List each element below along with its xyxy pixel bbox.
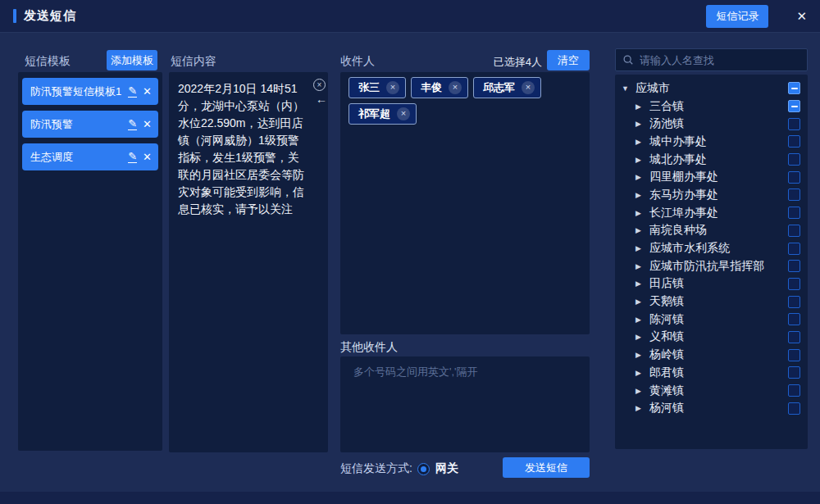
expand-arrow-icon[interactable]: [636, 209, 647, 217]
tree-node[interactable]: 义和镇: [615, 329, 808, 347]
header-bar: 发送短信 短信记录 ✕: [0, 0, 820, 33]
tree-node[interactable]: 汤池镇: [615, 115, 808, 133]
send-sms-button[interactable]: 发送短信: [503, 457, 590, 478]
tree-node-checkbox[interactable]: [788, 82, 800, 94]
delete-icon[interactable]: ✕: [143, 118, 152, 130]
tree-node-checkbox[interactable]: [788, 313, 800, 325]
tree-node[interactable]: 郎君镇: [615, 364, 808, 382]
expand-arrow-icon[interactable]: [636, 191, 647, 199]
other-recipients-label: 其他收件人: [340, 340, 398, 355]
recipients-panel: 张三 × 丰俊 × 邱志军 × 祁军超 ×: [340, 72, 590, 334]
template-item[interactable]: 防汛预警 ✎ ✕: [22, 111, 158, 138]
recipient-chip[interactable]: 张三 ×: [348, 77, 406, 98]
tree-node[interactable]: 长江埠办事处: [615, 204, 808, 222]
expand-arrow-icon[interactable]: [636, 262, 647, 270]
tree-node-checkbox[interactable]: [788, 278, 800, 290]
tree-node-checkbox[interactable]: [788, 207, 800, 219]
tree-node-checkbox[interactable]: [788, 153, 800, 166]
tree-node-label: 杨河镇: [649, 401, 684, 415]
arrow-left-icon[interactable]: ←: [316, 93, 327, 106]
gateway-radio[interactable]: [417, 463, 430, 475]
edit-icon[interactable]: ✎: [128, 151, 137, 163]
tree-node-checkbox[interactable]: [788, 331, 800, 343]
expand-arrow-icon[interactable]: [636, 333, 647, 341]
people-search-box: [615, 48, 808, 71]
recipients-label: 收件人: [340, 54, 375, 69]
recipient-chip[interactable]: 丰俊 ×: [411, 77, 468, 98]
expand-arrow-icon[interactable]: [622, 84, 633, 93]
expand-arrow-icon[interactable]: [636, 120, 647, 128]
edit-icon[interactable]: ✎: [128, 85, 137, 98]
tree-node-checkbox[interactable]: [788, 171, 800, 184]
tree-node[interactable]: 四里棚办事处: [615, 168, 808, 186]
delete-icon[interactable]: ✕: [143, 151, 152, 163]
tree-node[interactable]: 陈河镇: [615, 311, 808, 329]
tree-node-checkbox[interactable]: [788, 366, 800, 379]
tree-node-checkbox[interactable]: [788, 296, 800, 308]
tree-node[interactable]: 应城市防汛抗旱指挥部: [615, 257, 808, 275]
other-recipients-input[interactable]: [340, 356, 590, 452]
people-search-input[interactable]: [640, 54, 800, 66]
sms-records-button[interactable]: 短信记录: [706, 5, 768, 28]
tree-node[interactable]: 南垸良种场: [615, 222, 808, 240]
expand-arrow-icon[interactable]: [636, 279, 647, 288]
tree-node-checkbox[interactable]: [788, 100, 800, 112]
tree-node-label: 天鹅镇: [649, 294, 684, 309]
tree-node-checkbox[interactable]: [788, 188, 800, 201]
tree-node-checkbox[interactable]: [788, 135, 800, 148]
add-template-button[interactable]: 添加模板: [107, 50, 157, 70]
template-item-label: 防汛预警: [30, 117, 125, 132]
tree-node[interactable]: 杨河镇: [615, 399, 808, 417]
template-item[interactable]: 防汛预警短信模板1 ✎ ✕: [22, 78, 158, 105]
sms-content-textarea[interactable]: 2022年2月10日 14时51分，龙湖中心泵站（内）水位22.590m，达到田…: [169, 72, 328, 452]
tree-node[interactable]: 城北办事处: [615, 151, 808, 169]
remove-recipient-icon[interactable]: ×: [449, 81, 462, 94]
expand-arrow-icon[interactable]: [636, 297, 647, 306]
tree-node-checkbox[interactable]: [788, 225, 800, 237]
edit-icon[interactable]: ✎: [128, 118, 137, 130]
recipient-chip[interactable]: 祁军超 ×: [348, 103, 417, 125]
clear-recipients-button[interactable]: 清空: [547, 50, 590, 70]
tree-node[interactable]: 杨岭镇: [615, 346, 808, 364]
tree-node[interactable]: 田店镇: [615, 275, 808, 293]
tree-node-checkbox[interactable]: [788, 243, 800, 255]
delete-icon[interactable]: ✕: [143, 85, 152, 98]
expand-arrow-icon[interactable]: [636, 102, 647, 111]
tree-node-label: 城中办事处: [649, 134, 707, 149]
send-method-label: 短信发送方式:: [340, 461, 412, 476]
tree-node-label: 南垸良种场: [649, 223, 707, 238]
tree-node[interactable]: 东马坊办事处: [615, 186, 808, 204]
tree-node-checkbox[interactable]: [788, 384, 800, 397]
remove-recipient-icon[interactable]: ×: [522, 81, 535, 94]
expand-arrow-icon[interactable]: [636, 138, 647, 146]
remove-recipient-icon[interactable]: ×: [386, 81, 399, 94]
tree-node-label: 城北办事处: [649, 152, 707, 167]
tree-node[interactable]: 三合镇: [615, 98, 808, 116]
recipient-name: 邱志军: [483, 80, 515, 95]
close-icon[interactable]: ✕: [796, 10, 807, 22]
tree-node-checkbox[interactable]: [788, 402, 800, 415]
tree-node[interactable]: 黄滩镇: [615, 382, 808, 400]
expand-arrow-icon[interactable]: [636, 173, 647, 181]
tree-node[interactable]: 城中办事处: [615, 133, 808, 151]
expand-arrow-icon[interactable]: [636, 156, 647, 164]
bottom-edge: [0, 492, 820, 504]
expand-arrow-icon[interactable]: [636, 387, 647, 395]
clear-content-icon[interactable]: ×: [313, 79, 326, 91]
expand-arrow-icon[interactable]: [636, 316, 647, 324]
expand-arrow-icon[interactable]: [636, 226, 647, 234]
expand-arrow-icon[interactable]: [636, 369, 647, 377]
expand-arrow-icon[interactable]: [636, 244, 647, 252]
tree-node-checkbox[interactable]: [788, 349, 800, 361]
tree-node-checkbox[interactable]: [788, 260, 800, 272]
expand-arrow-icon[interactable]: [636, 351, 647, 359]
tree-node[interactable]: 应城市: [615, 79, 808, 98]
remove-recipient-icon[interactable]: ×: [397, 107, 410, 120]
recipient-chip[interactable]: 邱志军 ×: [473, 77, 541, 98]
tree-node-checkbox[interactable]: [788, 118, 800, 130]
tree-node-label: 东马坊办事处: [649, 188, 718, 202]
template-item[interactable]: 生态调度 ✎ ✕: [22, 143, 158, 170]
expand-arrow-icon[interactable]: [636, 404, 647, 412]
tree-node[interactable]: 应城市水利系统: [615, 239, 808, 257]
tree-node[interactable]: 天鹅镇: [615, 293, 808, 311]
